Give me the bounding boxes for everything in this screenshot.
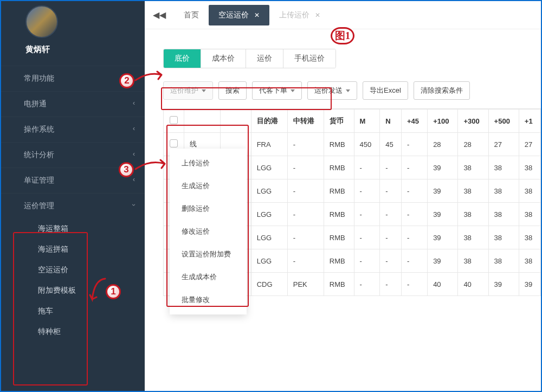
sidebar-item-label: 统计分析 [24, 150, 54, 159]
submenu-lcl[interactable]: 海运拼箱 [1, 239, 145, 260]
back-button[interactable]: ◀◀ [148, 5, 171, 25]
cell-45: - [402, 156, 428, 179]
clear-search-button[interactable]: 清除搜索条件 [414, 81, 470, 100]
col-m: M [354, 110, 380, 133]
cell-transit: - [287, 179, 324, 203]
sidebar-item-label: 电拼通 [24, 99, 47, 108]
submenu-trailer[interactable]: 拖车 [1, 301, 145, 322]
caret-down-icon [291, 89, 295, 92]
cell-1: 38 [519, 179, 540, 203]
cell-1: 38 [519, 249, 540, 273]
cell-1: 38 [519, 156, 540, 179]
sidebar-item-price-mgmt[interactable]: 运价管理 › [1, 193, 145, 219]
dropdown-delete-price[interactable]: 删除运价 [170, 197, 247, 220]
cell-dest: LGG [251, 156, 287, 179]
dropdown-gen-price[interactable]: 生成运价 [170, 175, 247, 197]
cell-m: - [354, 249, 380, 273]
cell-45: - [402, 226, 428, 249]
sidebar-item-ops[interactable]: 操作系统 ‹ [1, 117, 145, 142]
chevron-left-icon: ‹ [133, 125, 135, 132]
cell-45: - [402, 249, 428, 273]
cell-45: - [402, 273, 428, 296]
cell-n: - [380, 249, 402, 273]
chevron-left-icon: ‹ [133, 150, 135, 158]
sidebar-item-stats[interactable]: 统计分析 ‹ [1, 142, 145, 168]
checkbox-icon[interactable] [170, 139, 178, 147]
col-transit: 中转港 [287, 110, 324, 133]
cell-100: 39 [428, 203, 458, 226]
distribute-button[interactable]: 运价发送 [307, 81, 357, 100]
dropdown-upload-price[interactable]: 上传运价 [170, 152, 247, 175]
proxy-order-button[interactable]: 代客下单 [252, 81, 302, 100]
col-1: +1 [519, 110, 540, 133]
avatar[interactable] [25, 5, 58, 38]
tab-air-price[interactable]: 空运运价 ✕ [209, 5, 269, 25]
toolbar: 运价维护 搜索 代客下单 运价发送 导出Excel 清除搜索条件 [163, 81, 541, 100]
tab-base-price[interactable]: 底价 [164, 49, 201, 68]
cell-300: 38 [458, 226, 488, 249]
cell-dest: LGG [251, 179, 287, 203]
sidebar-item-common[interactable]: 常用功能 [1, 66, 145, 91]
dropdown-batch-edit[interactable]: 批量修改 [170, 288, 247, 311]
cell-100: 28 [428, 133, 458, 156]
submenu-special[interactable]: 特种柜 [1, 322, 145, 342]
cell-n: - [380, 156, 402, 179]
col-45: +45 [402, 110, 428, 133]
checkbox-icon[interactable] [170, 116, 178, 124]
cell-n: - [380, 226, 402, 249]
cell-currency: RMB [324, 156, 354, 179]
cell-100: 39 [428, 249, 458, 273]
search-button[interactable]: 搜索 [218, 81, 247, 100]
submenu-fcl[interactable]: 海运整箱 [1, 219, 145, 239]
cell-dest: LGG [251, 226, 287, 249]
cell-transit: - [287, 133, 324, 156]
cell-currency: RMB [324, 203, 354, 226]
sidebar-item-label: 单证管理 [24, 176, 54, 184]
cell-transit: - [287, 203, 324, 226]
submenu-surcharge[interactable]: 附加费模板 [1, 280, 145, 301]
chevron-down-icon: › [130, 204, 138, 206]
cell-500: 27 [488, 133, 519, 156]
cell-1: 38 [519, 203, 540, 226]
cell-dest: FRA [251, 133, 287, 156]
sidebar-item-docs[interactable]: 单证管理 ‹ [1, 168, 145, 193]
cell-500: 38 [488, 203, 519, 226]
maintain-dropdown-button[interactable]: 运价维护 [163, 81, 213, 100]
cell-45: - [402, 203, 428, 226]
tab-upload-price[interactable]: 上传运价 ✕ [269, 5, 330, 25]
cell-1: 27 [519, 133, 540, 156]
cell-300: 28 [458, 133, 488, 156]
col-route [184, 110, 221, 133]
tab-cost-price[interactable]: 成本价 [201, 49, 246, 68]
cell-45: - [402, 179, 428, 203]
cell-n: - [380, 203, 402, 226]
cell-dest: LGG [251, 249, 287, 273]
cell-100: 40 [428, 273, 458, 296]
dropdown-edit-price[interactable]: 修改运价 [170, 220, 247, 243]
cell-1: 39 [519, 273, 540, 296]
cell-currency: RMB [324, 133, 354, 156]
cell-n: - [380, 273, 402, 296]
close-icon[interactable]: ✕ [254, 11, 260, 19]
tab-mobile-price[interactable]: 手机运价 [283, 49, 335, 68]
dropdown-set-surcharge[interactable]: 设置运价附加费 [170, 243, 247, 266]
select-all-header[interactable] [164, 110, 184, 133]
chevron-left-icon: ‹ [133, 99, 135, 107]
cell-m: - [354, 179, 380, 203]
export-excel-button[interactable]: 导出Excel [363, 81, 408, 100]
close-icon[interactable]: ✕ [315, 11, 320, 19]
double-chevron-left-icon: ◀◀ [153, 10, 166, 20]
cell-m: - [354, 226, 380, 249]
cell-currency: RMB [324, 179, 354, 203]
cell-500: 38 [488, 156, 519, 179]
cell-transit: - [287, 156, 324, 179]
tab-price[interactable]: 运价 [246, 49, 283, 68]
dropdown-gen-cost[interactable]: 生成成本价 [170, 266, 247, 288]
col-100: +100 [428, 110, 458, 133]
cell-300: 38 [458, 203, 488, 226]
tab-home[interactable]: 首页 [174, 5, 209, 25]
cell-100: 39 [428, 179, 458, 203]
sidebar-item-epin[interactable]: 电拼通 ‹ [1, 91, 145, 117]
submenu-air[interactable]: 空运运价 [1, 260, 145, 280]
cell-1: 38 [519, 226, 540, 249]
